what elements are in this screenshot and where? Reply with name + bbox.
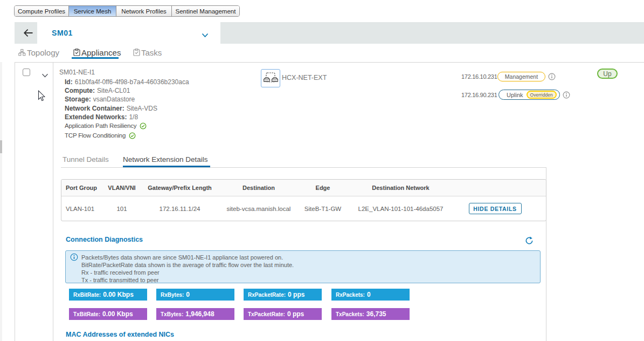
metric-tx-packetrate: TxPacketRate:0 pps [244,308,322,320]
diagnostics-info-alert: Packets/Bytes data shown are since SM01-… [65,250,541,283]
info-icon[interactable] [563,91,570,99]
tab-topology[interactable]: Topology [18,47,59,58]
cell-vlan-vni: 101 [103,206,141,212]
management-ip: 172.16.10.231 [461,73,497,80]
service-label: HCX-NET-EXT [282,74,327,81]
ip-row-uplink: 172.16.90.231 Uplink Overridden [461,90,570,100]
metric-label: TxBitRate: [73,311,100,317]
management-badge: Management [497,72,545,81]
tab-network-profiles[interactable]: Network Profiles [116,6,171,16]
connection-diagnostics-title: Connection Diagnostics [66,236,143,243]
info-icon[interactable] [548,73,556,80]
cell-destination: siteb-vcsa.manish.local [219,206,299,212]
field-label-id: Id [65,78,73,86]
metric-rx-packets: RxPackets:0 [331,289,410,301]
metric-label: TxPackets: [336,311,364,317]
metric-value: 0.00 Kbps [103,291,134,298]
field-id: Id61b0fa4f-0ff6-4f98-b7a4-46036b230aca [65,78,189,87]
appliances-icon [73,49,80,56]
table-header-row: Port Group VLAN/VNI Gateway/Prefix Lengt… [61,180,546,196]
metric-tx-bytes: TxBytes:1,946,948 [156,308,234,320]
network-extension-table: Port Group VLAN/VNI Gateway/Prefix Lengt… [61,179,546,221]
service-mesh-selector[interactable]: SM01 [37,22,220,44]
info-line: Rx - traffic received from peer [81,269,294,276]
uplink-badge: Uplink Overridden [498,90,560,100]
metric-value: 0.00 Kbps [102,310,133,318]
tab-service-mesh[interactable]: Service Mesh [68,6,116,16]
info-line: BitRate/PacketRate data shown is the ave… [81,261,294,269]
content-left-border [15,62,15,341]
field-label-compute: Compute [65,87,95,94]
switch-right-icon [272,78,278,83]
table-row: VLAN-101 101 172.16.11.1/24 siteb-vcsa.m… [61,196,546,221]
feature-label: Application Path Resiliency [65,122,136,129]
field-label-network-container: Network Container [65,105,124,112]
appliance-row-checkbox[interactable] [23,69,30,76]
refresh-icon[interactable] [525,236,534,247]
topology-icon [18,49,26,56]
col-port-group: Port Group [61,185,103,191]
field-compute: ComputeSiteA-CL01 [65,87,189,96]
metric-tx-bitrate: TxBitRate:0.00 Kbps [69,308,147,320]
metric-label: TxBytes: [161,311,183,317]
tab-tunnel-details[interactable]: Tunnel Details [63,155,109,163]
tab-compute-profiles[interactable]: Compute Profiles [15,6,68,16]
field-value-compute: SiteA-CL01 [97,87,130,94]
appliance-features: Application Path Resiliency TCP Flow Con… [65,121,147,140]
tasks-icon [133,49,140,56]
back-arrow-icon [23,29,33,37]
success-check-icon [140,122,147,129]
field-value-network-container: SiteA-VDS [127,105,157,112]
col-vlan-vni: VLAN/VNI [103,185,141,191]
uplink-ip: 172.16.90.231 [461,92,497,98]
content-top-border [15,62,644,63]
metric-value: 0 pps [288,291,304,298]
status-badge-up: Up [597,69,618,79]
col-destination: Destination [219,185,299,191]
network-extension-service-icon[interactable] [261,69,280,87]
left-scrollbar-thumb[interactable] [0,140,2,153]
diagnostics-info-text: Packets/Bytes data shown are since SM01-… [81,254,294,284]
feature-tcp-flow-conditioning: TCP Flow Conditioning [65,131,147,140]
appliance-fields: Id61b0fa4f-0ff6-4f98-b7a4-46036b230aca C… [65,78,189,122]
field-label-storage: Storage [65,96,91,103]
feature-app-path-resiliency: Application Path Resiliency [65,121,147,131]
field-value-storage: vsanDatastore [93,96,135,103]
metric-value: 36,735 [366,310,386,318]
col-destination-network: Destination Network [347,185,454,191]
cell-destination-network: L2E_VLAN-101-101-46da5057 [347,206,454,212]
appliance-name: SM01-NE-I1 [59,69,95,76]
info-line: Packets/Bytes data shown are since SM01-… [81,254,294,261]
metric-rx-bytes: RxBytes:0 [156,289,234,301]
tab-appliances-label: Appliances [81,48,121,57]
cell-gateway-prefix: 172.16.11.1/24 [141,206,219,212]
left-scrollbar-track [0,62,2,341]
tab-tasks[interactable]: Tasks [133,47,162,58]
field-value-extended-networks: 1/8 [129,113,138,121]
metric-value: 0 pps [287,310,304,318]
metric-label: RxPacketRate: [248,292,286,298]
tab-sentinel-management[interactable]: Sentinel Management [171,6,239,16]
cell-edge: SiteB-T1-GW [299,206,347,212]
metric-value: 0 [186,291,190,298]
field-network-container: Network ContainerSiteA-VDS [65,105,189,113]
switch-left-icon [264,78,270,83]
metric-label: TxPacketRate: [248,311,285,317]
col-gateway-prefix: Gateway/Prefix Length [141,185,219,191]
uplink-badge-label: Uplink [507,92,523,98]
overridden-badge: Overridden [527,91,557,99]
back-button[interactable] [22,26,34,39]
tab-tasks-label: Tasks [141,48,162,57]
hcx-service-mesh-screen: Compute Profiles Service Mesh Network Pr… [0,0,644,341]
col-edge: Edge [299,185,347,191]
tab-network-extension-details[interactable]: Network Extension Details [123,155,208,163]
field-label-extended-networks: Extended Networks [65,113,127,121]
tab-appliances[interactable]: Appliances [73,47,121,58]
metric-label: RxPackets: [336,292,365,298]
row-column-divider [53,62,53,341]
mouse-cursor [38,90,46,104]
metric-rx-packetrate: RxPacketRate:0 pps [244,289,322,301]
collapse-caret-icon[interactable] [41,70,49,80]
hide-details-button[interactable]: HIDE DETAILS [469,203,522,214]
cell-port-group: VLAN-101 [61,206,103,212]
